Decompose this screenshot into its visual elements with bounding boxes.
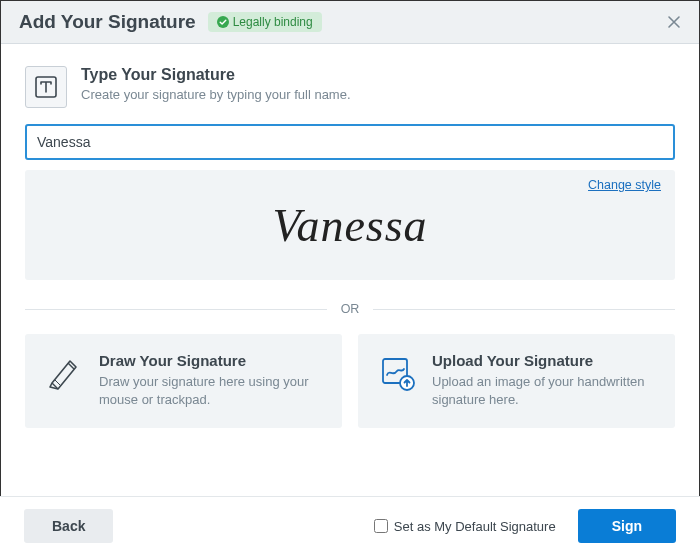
- type-section-title: Type Your Signature: [81, 66, 351, 84]
- alt-options: Draw Your Signature Draw your signature …: [25, 334, 675, 428]
- default-signature-label: Set as My Default Signature: [394, 519, 556, 534]
- dialog-header: Add Your Signature Legally binding: [1, 1, 699, 44]
- draw-card-title: Draw Your Signature: [99, 352, 324, 369]
- legally-binding-badge: Legally binding: [208, 12, 322, 32]
- upload-card-title: Upload Your Signature: [432, 352, 657, 369]
- draw-card-subtitle: Draw your signature here using your mous…: [99, 373, 324, 408]
- type-section-header: Type Your Signature Create your signatur…: [25, 66, 675, 108]
- default-signature-checkbox[interactable]: [374, 519, 388, 533]
- type-icon-box: [25, 66, 67, 108]
- signature-name-input[interactable]: [25, 124, 675, 160]
- default-signature-option[interactable]: Set as My Default Signature: [374, 519, 556, 534]
- change-style-link[interactable]: Change style: [588, 178, 661, 192]
- dialog-content: Type Your Signature Create your signatur…: [1, 44, 699, 428]
- close-icon: [666, 14, 682, 30]
- pencil-icon: [43, 352, 85, 394]
- divider: OR: [25, 302, 675, 316]
- signature-preview-text: Vanessa: [272, 199, 427, 252]
- dialog-title: Add Your Signature: [19, 11, 196, 33]
- draw-signature-card[interactable]: Draw Your Signature Draw your signature …: [25, 334, 342, 428]
- badge-label: Legally binding: [233, 15, 313, 29]
- upload-card-subtitle: Upload an image of your handwritten sign…: [432, 373, 657, 408]
- upload-signature-card[interactable]: Upload Your Signature Upload an image of…: [358, 334, 675, 428]
- sign-button[interactable]: Sign: [578, 509, 676, 543]
- type-icon: [34, 75, 58, 99]
- back-button[interactable]: Back: [24, 509, 113, 543]
- check-badge-icon: [217, 16, 229, 28]
- signature-preview: Change style Vanessa: [25, 170, 675, 280]
- svg-point-0: [217, 16, 229, 28]
- dialog-footer: Back Set as My Default Signature Sign: [0, 496, 700, 555]
- upload-signature-icon: [376, 352, 418, 394]
- type-section-subtitle: Create your signature by typing your ful…: [81, 87, 351, 102]
- close-button[interactable]: [663, 11, 685, 33]
- divider-label: OR: [327, 302, 374, 316]
